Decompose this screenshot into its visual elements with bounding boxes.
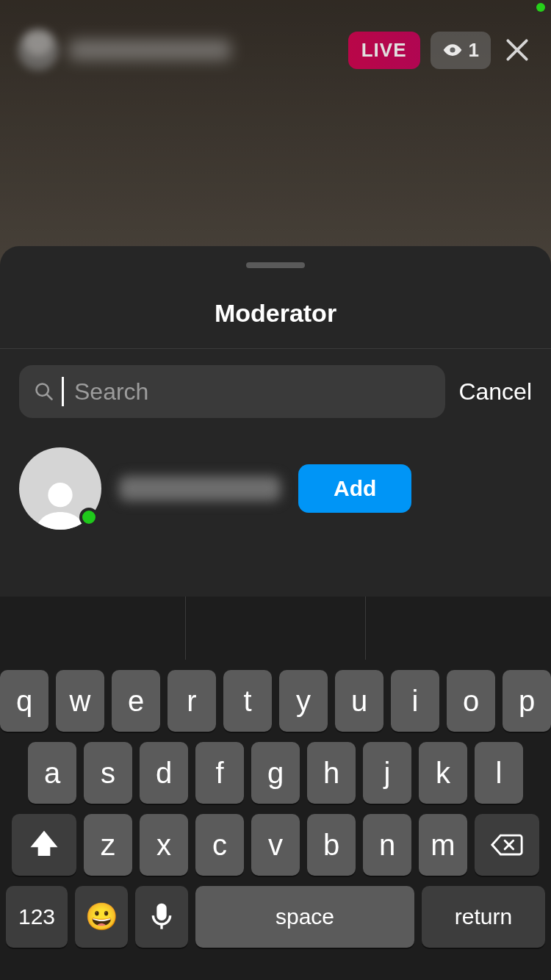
camera-indicator-dot — [536, 3, 545, 12]
broadcaster-avatar[interactable] — [18, 29, 59, 71]
search-row: Cancel — [0, 349, 551, 434]
key-c[interactable]: c — [195, 814, 244, 876]
viewer-count-value: 1 — [469, 39, 479, 62]
key-r[interactable]: r — [168, 670, 216, 732]
key-o[interactable]: o — [447, 670, 495, 732]
broadcaster-username[interactable] — [69, 40, 231, 60]
suggestion-bar — [6, 597, 545, 660]
suggestion-3[interactable] — [366, 597, 545, 660]
result-avatar[interactable] — [19, 447, 101, 530]
key-m[interactable]: m — [419, 814, 467, 876]
key-s[interactable]: s — [84, 742, 132, 804]
key-y[interactable]: y — [279, 670, 328, 732]
result-username[interactable] — [119, 476, 281, 501]
key-e[interactable]: e — [112, 670, 160, 732]
key-t[interactable]: t — [223, 670, 272, 732]
key-g[interactable]: g — [251, 742, 300, 804]
viewer-count-badge[interactable]: 1 — [431, 32, 491, 69]
svg-point-0 — [450, 47, 455, 52]
live-video-background: LIVE 1 Moderator Cancel — [0, 0, 551, 980]
dictation-key[interactable] — [135, 886, 188, 948]
text-cursor — [62, 377, 64, 406]
key-f[interactable]: f — [195, 742, 244, 804]
key-h[interactable]: h — [307, 742, 356, 804]
key-j[interactable]: j — [363, 742, 411, 804]
shift-icon — [29, 830, 59, 860]
shift-key[interactable] — [12, 814, 76, 876]
key-d[interactable]: d — [140, 742, 188, 804]
emoji-key[interactable]: 😀 — [75, 886, 128, 948]
sheet-grabber[interactable] — [246, 262, 305, 268]
live-badge: LIVE — [348, 32, 420, 69]
space-key[interactable]: space — [195, 886, 414, 948]
svg-line-2 — [47, 394, 51, 399]
mic-icon — [147, 902, 176, 932]
key-p[interactable]: p — [503, 670, 551, 732]
eye-icon — [442, 43, 463, 57]
key-i[interactable]: i — [391, 670, 439, 732]
keyboard: qwertyuiop asdfghjkl zxcvbnm 123 😀 space… — [0, 597, 551, 980]
svg-rect-4 — [158, 904, 165, 919]
result-row: Add — [0, 434, 551, 543]
key-b[interactable]: b — [307, 814, 356, 876]
close-icon — [503, 36, 531, 64]
svg-point-3 — [48, 483, 72, 507]
backspace-key[interactable] — [475, 814, 539, 876]
suggestion-1[interactable] — [6, 597, 186, 660]
numbers-key[interactable]: 123 — [6, 886, 68, 948]
sheet-title: Moderator — [0, 299, 551, 328]
online-indicator-icon — [79, 508, 98, 527]
search-box[interactable] — [19, 365, 445, 418]
key-n[interactable]: n — [363, 814, 411, 876]
key-z[interactable]: z — [84, 814, 132, 876]
search-icon — [34, 381, 54, 402]
key-a[interactable]: a — [28, 742, 76, 804]
key-l[interactable]: l — [475, 742, 523, 804]
search-input[interactable] — [74, 378, 431, 406]
suggestion-2[interactable] — [186, 597, 366, 660]
live-topbar: LIVE 1 — [0, 26, 551, 73]
key-u[interactable]: u — [335, 670, 383, 732]
add-button[interactable]: Add — [298, 464, 411, 513]
cancel-button[interactable]: Cancel — [458, 378, 532, 406]
key-k[interactable]: k — [419, 742, 467, 804]
backspace-icon — [490, 832, 524, 858]
key-v[interactable]: v — [251, 814, 300, 876]
key-q[interactable]: q — [0, 670, 48, 732]
close-button[interactable] — [501, 34, 533, 66]
key-w[interactable]: w — [56, 670, 104, 732]
return-key[interactable]: return — [422, 886, 545, 948]
key-x[interactable]: x — [140, 814, 188, 876]
